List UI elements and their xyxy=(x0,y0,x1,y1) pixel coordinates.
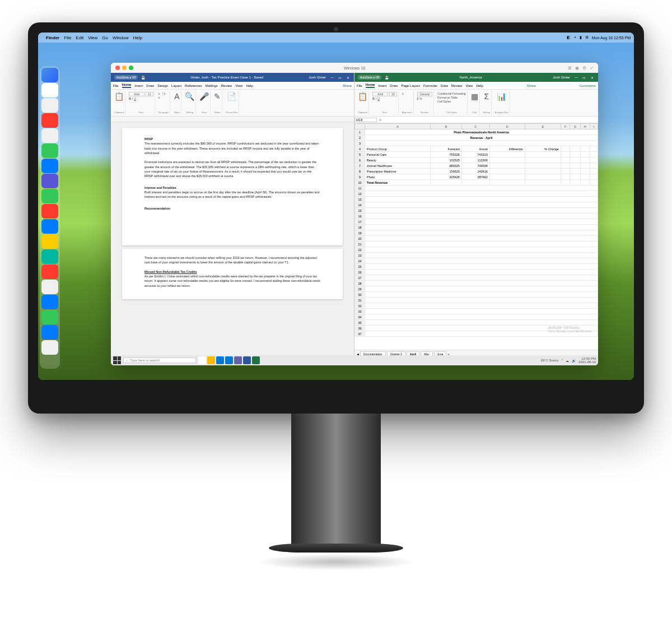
taskbar-word[interactable] xyxy=(243,356,251,364)
tab-design[interactable]: Design xyxy=(157,84,168,87)
dock-app[interactable] xyxy=(41,174,58,188)
menu-help[interactable]: Help xyxy=(133,35,142,40)
editor-icon[interactable]: ✎ xyxy=(214,92,221,101)
tab-review[interactable]: Review xyxy=(221,84,232,87)
save-icon[interactable]: 💾 xyxy=(141,76,145,80)
tab-layout[interactable]: Layout xyxy=(171,84,181,87)
ruler[interactable] xyxy=(111,117,354,122)
dock-app[interactable] xyxy=(41,143,58,158)
cell[interactable]: 112300 xyxy=(461,157,489,163)
dock-app[interactable] xyxy=(41,98,58,113)
cell[interactable]: 325425 xyxy=(431,174,462,180)
paste-icon[interactable]: 📋 xyxy=(358,92,367,101)
vm-titlebar[interactable]: Windows 10 ⊞ ◉ ⚙ ⤢ xyxy=(111,63,598,73)
close-icon[interactable] xyxy=(115,66,120,70)
tab-insert[interactable]: Insert xyxy=(378,84,386,87)
tab-view[interactable]: View xyxy=(235,84,242,87)
dictate-icon[interactable]: 🎤 xyxy=(199,92,209,101)
autosave-toggle[interactable]: AutoSave ● Off xyxy=(358,75,381,80)
menu-view[interactable]: View xyxy=(88,35,97,40)
number-format[interactable]: General xyxy=(417,92,433,96)
tab-formulas[interactable]: Formulas xyxy=(423,84,437,87)
onedrive-icon[interactable]: ☁ xyxy=(566,359,569,363)
page-2[interactable]: There are many elements we should consid… xyxy=(122,249,343,299)
tab-file[interactable]: File xyxy=(357,84,362,87)
tab-draw[interactable]: Draw xyxy=(146,84,154,87)
wifi-icon[interactable]: ◧ xyxy=(567,35,571,40)
analyze-icon[interactable]: 📊 xyxy=(495,92,508,101)
percent-icon[interactable]: % xyxy=(419,97,422,100)
underline-button[interactable]: U xyxy=(377,97,380,100)
taskbar-teams[interactable] xyxy=(234,356,242,364)
align-icon[interactable]: ≡ xyxy=(402,92,404,95)
user-name[interactable]: Josh Ginter xyxy=(309,76,326,79)
menu-window[interactable]: Window xyxy=(113,35,128,40)
clock[interactable]: Mon Aug 16 12:55 PM xyxy=(592,36,631,40)
toolbar-icon[interactable]: ⤢ xyxy=(590,66,594,71)
comments-button[interactable]: Comments xyxy=(580,84,596,87)
dock-app[interactable] xyxy=(41,280,58,294)
cell[interactable]: 159525 xyxy=(431,169,462,174)
bluetooth-icon[interactable]: ⌖ xyxy=(574,35,576,40)
bold-button[interactable]: B xyxy=(129,97,131,100)
fx-icon[interactable]: fx xyxy=(379,118,382,122)
document-area[interactable]: RRSP The reassessment correctly includes… xyxy=(111,122,354,358)
cell[interactable]: Personal Care xyxy=(365,152,431,157)
tab-mailings[interactable]: Mailings xyxy=(206,84,218,87)
font-size[interactable]: 11 xyxy=(146,92,153,96)
tab-draw[interactable]: Draw xyxy=(390,84,398,87)
cell[interactable]: Photo xyxy=(365,174,431,180)
reuse-icon[interactable]: 📄 xyxy=(226,92,237,101)
header-cell[interactable]: Actual xyxy=(461,146,489,152)
taskbar-app[interactable] xyxy=(198,356,206,364)
toolbar-icon[interactable]: ◉ xyxy=(575,66,579,71)
tab-pagelayout[interactable]: Page Layout xyxy=(401,84,420,87)
minimize-button[interactable]: — xyxy=(329,76,335,80)
dock-app[interactable] xyxy=(41,128,58,143)
font-select[interactable]: Arial xyxy=(129,92,144,96)
font-select[interactable]: Arial xyxy=(372,92,388,96)
cell[interactable]: Total Revenue xyxy=(365,180,431,185)
cell[interactable]: 743323 xyxy=(461,152,489,157)
tab-data[interactable]: Data xyxy=(441,84,448,87)
taskbar-excel[interactable] xyxy=(252,356,260,364)
taskbar-app[interactable] xyxy=(225,356,233,364)
cell[interactable]: Beauty xyxy=(365,157,431,163)
tab-help[interactable]: Help xyxy=(246,84,253,87)
italic-button[interactable]: I xyxy=(376,97,376,100)
header-cell[interactable]: Forecast xyxy=(431,146,462,152)
tab-file[interactable]: File xyxy=(113,84,119,87)
save-icon[interactable]: 💾 xyxy=(385,76,389,80)
search-input[interactable]: ⌕Type here to search xyxy=(123,358,196,363)
cell[interactable]: 143916 xyxy=(461,169,489,174)
menu-go[interactable]: Go xyxy=(102,35,108,40)
share-button[interactable]: Share xyxy=(527,84,536,87)
weather-widget[interactable]: 29°C Sunny xyxy=(540,359,558,362)
tab-home[interactable]: Home xyxy=(366,83,375,88)
toolbar-icon[interactable]: ⚙ xyxy=(582,66,586,71)
spreadsheet-grid[interactable]: ABCDEFGHI 1Pluto Pharmaceuticals-North A… xyxy=(354,123,598,350)
start-button[interactable] xyxy=(113,356,121,364)
minimize-icon[interactable] xyxy=(122,66,127,70)
header-cell[interactable]: Difference xyxy=(489,146,525,152)
cell[interactable]: Prescription Medicine xyxy=(365,169,431,174)
dock-app[interactable] xyxy=(41,249,58,264)
autosave-toggle[interactable]: AutoSave ● Off xyxy=(114,75,138,80)
dock-app[interactable] xyxy=(41,295,58,309)
cell[interactable]: 287462 xyxy=(461,174,489,180)
cells-icon[interactable]: ▦ xyxy=(471,92,478,101)
tab-help[interactable]: Help xyxy=(476,84,483,87)
dock-app[interactable] xyxy=(41,219,58,234)
dock-app[interactable] xyxy=(41,113,58,128)
italic-button[interactable]: I xyxy=(132,97,133,100)
minimize-button[interactable]: — xyxy=(573,76,579,80)
maximize-button[interactable]: ▭ xyxy=(337,76,343,80)
share-button[interactable]: Share xyxy=(343,84,352,87)
font-size[interactable]: 10 xyxy=(389,92,397,96)
menu-edit[interactable]: Edit xyxy=(76,35,83,40)
cell[interactable]: 689325 xyxy=(431,163,462,169)
dock-app[interactable] xyxy=(41,189,58,203)
styles-icon[interactable]: A xyxy=(174,92,180,101)
cell[interactable]: Animal Healthcare xyxy=(365,163,431,169)
align-icon[interactable]: ≡ xyxy=(158,96,160,99)
